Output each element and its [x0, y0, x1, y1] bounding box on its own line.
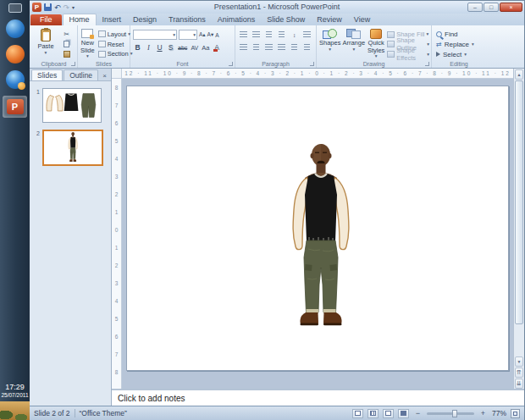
format-painter-button[interactable] [60, 49, 73, 58]
section-button[interactable]: Section ▾ [97, 49, 135, 58]
increase-indent-button[interactable] [276, 30, 287, 40]
shape-effects-button[interactable]: Shape Effects ▾ [387, 50, 429, 58]
slide-canvas [122, 79, 513, 389]
bold-button[interactable]: B [133, 42, 142, 52]
format-painter-icon [64, 51, 70, 58]
new-slide-button[interactable]: New Slide ▾ [80, 27, 95, 58]
slide-2-thumbnail[interactable] [42, 130, 103, 166]
save-icon[interactable] [44, 3, 52, 11]
show-desktop-icon[interactable] [8, 3, 22, 13]
taskbar-clock[interactable]: 17:29 25/07/2011 [0, 383, 30, 399]
group-font: ▾ ▾ A▴ A▾ A B I U S abc [130, 25, 235, 68]
powerpoint-taskbar-button[interactable]: P [3, 96, 27, 118]
font-color-button[interactable]: A [212, 42, 221, 52]
cut-button[interactable]: ✂ [60, 30, 73, 39]
decrease-indent-icon [266, 31, 272, 38]
taskbar: P 17:29 25/07/2011 [0, 0, 30, 420]
tab-design[interactable]: Design [127, 14, 163, 25]
align-left-button[interactable] [238, 42, 249, 52]
smartart-button[interactable] [301, 42, 312, 52]
decrease-indent-button[interactable] [263, 30, 274, 40]
find-button[interactable]: Find [434, 30, 476, 39]
redo-icon[interactable]: ↷ [64, 3, 70, 12]
tab-animations[interactable]: Animations [212, 14, 262, 25]
justify-button[interactable] [276, 42, 287, 52]
drawing-dialog-launcher-icon[interactable] [425, 62, 429, 66]
shapes-button[interactable]: Shapes ▾ [319, 27, 340, 58]
numbering-button[interactable] [251, 30, 262, 40]
panel-close-icon[interactable]: × [100, 72, 109, 80]
quick-styles-button[interactable]: Quick Styles ▾ [367, 27, 385, 58]
font-family-combo[interactable]: ▾ [133, 30, 177, 40]
arrange-button[interactable]: Arrange ▾ [342, 27, 365, 58]
fit-to-window-button[interactable] [511, 409, 520, 418]
shrink-font-button[interactable]: A▾ [207, 31, 214, 38]
bullets-button[interactable] [238, 30, 249, 40]
font-dialog-launcher-icon[interactable] [229, 62, 233, 66]
select-button[interactable]: Select ▾ [434, 50, 476, 58]
clipboard-dialog-launcher-icon[interactable] [71, 62, 75, 66]
slide-sorter-button[interactable] [368, 409, 379, 418]
italic-button[interactable]: I [144, 42, 153, 52]
editing-group-label: Editing [432, 61, 486, 67]
tab-view[interactable]: View [348, 14, 376, 25]
notes-pane[interactable]: Click to add notes [112, 389, 524, 406]
paragraph-dialog-launcher-icon[interactable] [310, 62, 314, 66]
layout-button[interactable]: Layout ▾ [97, 30, 135, 39]
increase-indent-icon [279, 31, 285, 38]
scroll-up-icon[interactable]: ▲ [515, 69, 523, 80]
text-shadow-button[interactable]: S [166, 42, 175, 52]
tab-slides-thumbnails[interactable]: Slides [31, 69, 63, 80]
next-slide-icon[interactable]: ⇊ [515, 379, 523, 389]
maximize-button[interactable]: □ [484, 3, 499, 12]
slide-2[interactable] [126, 86, 509, 371]
undo-icon[interactable]: ↶ [54, 3, 61, 12]
paste-button[interactable]: Paste ▾ [33, 27, 58, 58]
layout-icon [98, 30, 106, 37]
strikethrough-button[interactable]: abc [177, 42, 188, 52]
close-button[interactable]: × [500, 3, 522, 12]
zoom-in-button[interactable]: + [478, 409, 488, 418]
zoom-out-button[interactable]: − [413, 409, 423, 418]
scrollbar-track[interactable] [515, 80, 523, 355]
minimize-button[interactable]: – [467, 3, 483, 12]
tab-file[interactable]: File [30, 14, 62, 25]
columns-button[interactable] [289, 42, 300, 52]
grow-font-button[interactable]: A▴ [199, 31, 206, 38]
tab-transitions[interactable]: Transitions [163, 14, 212, 25]
group-drawing: Shapes ▾ Arrange ▾ Quick Styles ▾ Shap [317, 25, 432, 68]
tab-slide-show[interactable]: Slide Show [261, 14, 311, 25]
app-icon[interactable]: P [32, 3, 41, 12]
align-center-button[interactable] [251, 42, 262, 52]
scrollbar-thumb[interactable] [515, 80, 523, 324]
internet-explorer-icon[interactable] [6, 19, 25, 38]
scroll-down-icon[interactable]: ▼ [515, 356, 523, 367]
character-image[interactable] [279, 135, 363, 345]
clear-formatting-button[interactable]: A [215, 32, 218, 38]
tab-home[interactable]: Home [63, 14, 97, 25]
previous-slide-icon[interactable]: ⇈ [515, 368, 523, 378]
change-case-button[interactable]: Aa [201, 42, 210, 52]
tab-review[interactable]: Review [311, 14, 348, 25]
align-right-button[interactable] [263, 42, 274, 52]
slideshow-button[interactable] [398, 409, 409, 418]
qat-customize-icon[interactable]: ▾ [72, 4, 75, 10]
copy-button[interactable] [60, 40, 73, 49]
reading-view-button[interactable] [383, 409, 394, 418]
tab-outline[interactable]: Outline [64, 69, 98, 80]
underline-button[interactable]: U [155, 42, 164, 52]
vertical-scrollbar[interactable]: ▲ ▼ ⇈ ⇊ [513, 69, 524, 389]
tab-insert[interactable]: Insert [97, 14, 128, 25]
slide-1-thumbnail[interactable] [42, 88, 102, 123]
reset-button[interactable]: Reset [97, 40, 135, 49]
line-spacing-button[interactable]: ↕ [289, 30, 300, 40]
character-spacing-button[interactable]: AV [190, 42, 199, 52]
replace-button[interactable]: ⇄ Replace ▾ [434, 41, 476, 49]
normal-view-button[interactable] [352, 409, 363, 418]
font-size-combo[interactable]: ▾ [179, 30, 197, 40]
zoom-slider-thumb[interactable] [452, 410, 457, 417]
media-player-icon[interactable] [6, 70, 25, 89]
firefox-icon[interactable] [6, 45, 25, 64]
text-direction-button[interactable] [301, 30, 312, 40]
zoom-slider[interactable] [427, 412, 474, 415]
